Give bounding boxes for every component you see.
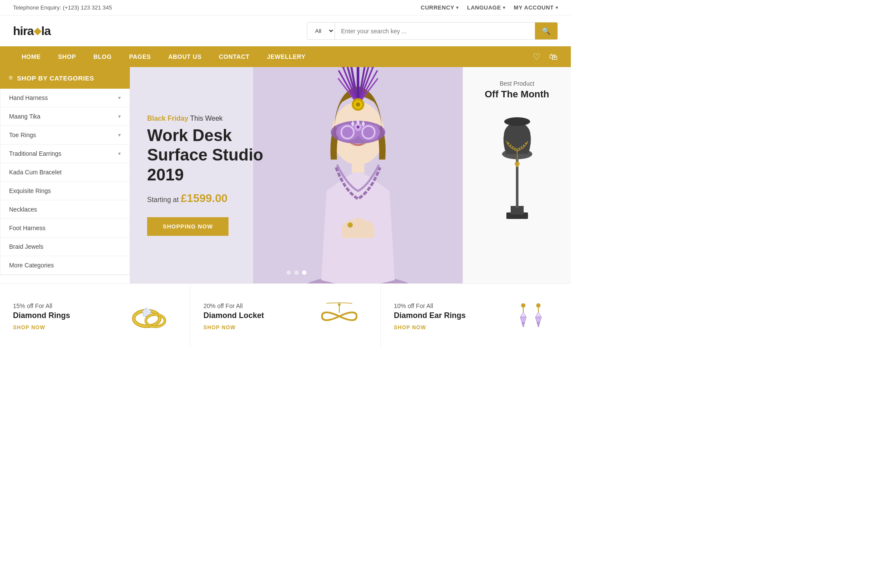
search-bar: All 🔍	[307, 22, 558, 40]
hero-area: Black Friday This Week Work Desk Surface…	[130, 67, 571, 283]
hero-subtitle: Black Friday This Week	[147, 115, 296, 122]
side-panel: Best Product Off The Month	[463, 67, 571, 283]
category-label: Maang Tika	[9, 113, 40, 120]
list-item[interactable]: Maang Tika ▾	[0, 107, 129, 126]
promo-off-rings: 15% off For All	[13, 302, 70, 309]
chevron-down-icon: ▾	[118, 113, 121, 119]
side-panel-subtitle: Off The Month	[485, 89, 549, 100]
logo-text-1: hira	[13, 24, 33, 38]
category-label: Hand Harness	[9, 94, 48, 101]
hero-banner: Black Friday This Week Work Desk Surface…	[130, 67, 463, 283]
currency-dropdown[interactable]: CURRENCY ▾	[421, 4, 458, 11]
dot-2[interactable]	[294, 270, 299, 275]
search-input[interactable]	[335, 23, 535, 39]
svg-point-71	[522, 314, 524, 315]
nav-item-shop[interactable]: SHOP	[49, 46, 85, 67]
svg-point-48	[521, 146, 522, 148]
promo-name-locket: Diamond Locket	[203, 311, 264, 320]
sidebar-header: ≡ SHOP BY CATEGORIES	[0, 67, 130, 89]
menu-icon: ≡	[9, 74, 13, 82]
svg-point-45	[514, 148, 516, 149]
svg-marker-65	[522, 323, 525, 327]
nav-links: HOME SHOP BLOG PAGES ABOUT US CONTACT JE…	[13, 46, 314, 67]
promo-off-earrings: 10% off For All	[394, 302, 466, 309]
nav-item-jewellery[interactable]: JEWELLERY	[258, 46, 315, 67]
category-label: Necklaces	[9, 206, 37, 213]
promo-section: 15% off For All Diamond Rings SHOP NOW	[0, 283, 571, 349]
svg-point-50	[525, 142, 527, 144]
shop-now-rings[interactable]: SHOP NOW	[13, 325, 45, 331]
hero-highlight: Black Friday	[147, 115, 188, 122]
promo-off-locket: 20% off For All	[203, 302, 264, 309]
promo-card-rings: 15% off For All Diamond Rings SHOP NOW	[0, 284, 190, 349]
shop-now-earrings[interactable]: SHOP NOW	[394, 325, 426, 331]
promo-img-earrings	[502, 297, 558, 336]
list-item[interactable]: Toe Rings ▾	[0, 126, 129, 145]
category-label: Braid Jewels	[9, 243, 43, 250]
shopping-now-button[interactable]: SHOPPING NOW	[147, 217, 229, 236]
svg-marker-69	[535, 317, 541, 323]
category-label: Foot Harness	[9, 225, 45, 231]
nav-item-home[interactable]: HOME	[13, 46, 49, 67]
nav-item-about[interactable]: ABOUT US	[160, 46, 210, 67]
svg-point-35	[356, 103, 360, 107]
shop-now-locket[interactable]: SHOP NOW	[203, 325, 235, 331]
header: hira ◆ la All 🔍	[0, 16, 571, 46]
hero-title: Work Desk Surface Studio 2019	[147, 126, 296, 185]
svg-point-61	[521, 303, 525, 308]
chevron-down-icon: ▾	[503, 5, 505, 10]
promo-text-locket: 20% off For All Diamond Locket SHOP NOW	[203, 302, 264, 331]
dot-3[interactable]	[302, 270, 306, 275]
wishlist-icon[interactable]: ♡	[533, 51, 541, 62]
category-label: More Categories	[9, 262, 54, 269]
cart-icon[interactable]: 🛍	[549, 52, 558, 62]
logo[interactable]: hira ◆ la	[13, 24, 51, 38]
svg-point-11	[356, 125, 359, 129]
promo-card-locket: 20% off For All Diamond Locket SHOP NOW	[190, 284, 381, 349]
svg-marker-70	[537, 323, 540, 327]
list-item[interactable]: Traditional Earrings ▾	[0, 145, 129, 163]
search-filter-select[interactable]: All	[307, 23, 335, 39]
nav-item-blog[interactable]: BLOG	[85, 46, 120, 67]
promo-text-earrings: 10% off For All Diamond Ear Rings SHOP N…	[394, 302, 466, 331]
list-item[interactable]: Foot Harness	[0, 219, 129, 238]
navigation: HOME SHOP BLOG PAGES ABOUT US CONTACT JE…	[0, 46, 571, 67]
svg-point-44	[512, 146, 514, 148]
promo-card-earrings: 10% off For All Diamond Ear Rings SHOP N…	[381, 284, 571, 349]
list-item[interactable]: Braid Jewels	[0, 238, 129, 256]
nav-item-pages[interactable]: PAGES	[120, 46, 159, 67]
search-button[interactable]: 🔍	[535, 22, 557, 39]
sidebar: ≡ SHOP BY CATEGORIES Hand Harness ▾ Maan…	[0, 67, 130, 283]
category-label: Traditional Earrings	[9, 150, 61, 157]
promo-img-rings	[121, 297, 177, 336]
hero-price: Starting at £1599.00	[147, 192, 296, 205]
side-panel-title: Best Product	[499, 80, 534, 87]
list-item[interactable]: Hand Harness ▾	[0, 89, 129, 107]
list-item[interactable]: Exquisite Rings	[0, 182, 129, 200]
svg-point-42	[508, 142, 509, 144]
list-item[interactable]: Kada Cum Bracelet	[0, 163, 129, 182]
hero-price-value: £1599.00	[180, 192, 227, 205]
my-account-dropdown[interactable]: MY ACCOUNT ▾	[514, 4, 558, 11]
hero-text: Black Friday This Week Work Desk Surface…	[130, 93, 313, 258]
nav-icons: ♡ 🛍	[533, 51, 558, 62]
svg-point-36	[348, 222, 353, 228]
top-bar: Telephone Enquiry: (+123) 123 321 345 CU…	[0, 0, 571, 16]
promo-img-locket	[311, 297, 367, 336]
svg-point-66	[536, 303, 541, 308]
svg-point-60	[338, 303, 341, 306]
nav-item-contact[interactable]: CONTACT	[210, 46, 258, 67]
svg-point-7	[341, 126, 354, 138]
svg-point-41	[504, 117, 530, 126]
language-dropdown[interactable]: LANGUAGE ▾	[467, 4, 505, 11]
top-bar-right: CURRENCY ▾ LANGUAGE ▾ MY ACCOUNT ▾	[421, 4, 558, 11]
list-item[interactable]: More Categories	[0, 256, 129, 275]
dot-1[interactable]	[286, 270, 291, 275]
category-label: Kada Cum Bracelet	[9, 169, 61, 176]
chevron-down-icon: ▾	[118, 132, 121, 138]
list-item[interactable]: Necklaces	[0, 200, 129, 219]
category-label: Toe Rings	[9, 132, 36, 138]
main-content: ≡ SHOP BY CATEGORIES Hand Harness ▾ Maan…	[0, 67, 571, 283]
phone-enquiry: Telephone Enquiry: (+123) 123 321 345	[13, 4, 112, 11]
chevron-down-icon: ▾	[456, 5, 459, 10]
